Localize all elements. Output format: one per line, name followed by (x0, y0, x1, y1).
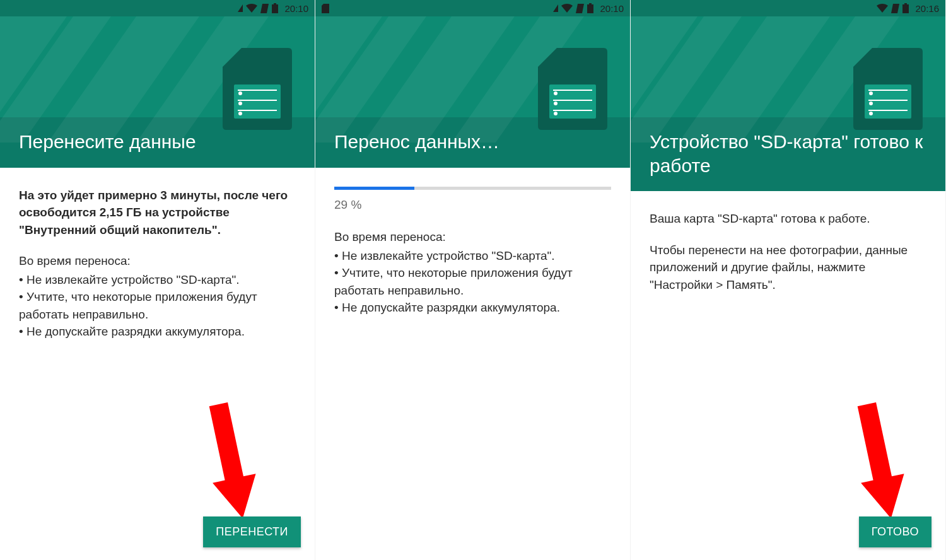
sd-card-icon (223, 48, 292, 130)
header-hero: Устройство "SD-карта" готово к работе (631, 16, 945, 191)
content-body: 29 % Во время переноса: • Не извлекайте … (315, 168, 630, 561)
status-bar-icons (877, 3, 909, 13)
status-bar-time: 20:10 (284, 3, 308, 14)
sd-card-icon (538, 48, 607, 130)
content-body: На это уйдет примерно 3 минуты, после че… (0, 168, 315, 561)
battery-icon (587, 3, 593, 13)
status-bar: 20:10 (0, 0, 315, 16)
svg-rect-3 (238, 90, 277, 91)
warnings-block: Во время переноса: • Не извлекайте устро… (19, 252, 296, 341)
transfer-button[interactable]: ПЕРЕНЕСТИ (203, 516, 301, 547)
warnings-intro: Во время переноса: (334, 228, 611, 246)
wifi-icon (877, 4, 888, 13)
progress-bar (334, 187, 611, 190)
progress-block: 29 % (334, 187, 611, 214)
svg-rect-1 (274, 3, 276, 4)
warning-item: • Не извлекайте устройство "SD-карта". (19, 271, 296, 289)
warnings-intro: Во время переноса: (19, 252, 296, 270)
do-not-disturb-icon (891, 4, 899, 13)
svg-point-26 (869, 112, 873, 115)
svg-rect-22 (868, 100, 908, 101)
lead-text: На это уйдет примерно 3 минуты, после че… (19, 187, 296, 239)
svg-rect-21 (868, 90, 908, 91)
signal-triangle-icon (553, 4, 558, 12)
svg-point-8 (238, 112, 242, 115)
content-body: Ваша карта "SD-карта" готова к работе. Ч… (631, 191, 945, 560)
svg-rect-4 (238, 100, 277, 101)
svg-rect-0 (272, 4, 278, 13)
svg-point-6 (238, 91, 242, 95)
svg-rect-5 (238, 110, 277, 111)
warnings-block: Во время переноса: • Не извлекайте устро… (334, 228, 611, 317)
signal-triangle-icon (238, 4, 243, 12)
status-bar-left (322, 4, 329, 13)
svg-rect-13 (553, 100, 592, 101)
status-bar: 20:16 (631, 0, 945, 16)
wifi-icon (246, 4, 257, 13)
status-bar: 20:10 (315, 0, 630, 16)
svg-rect-23 (868, 110, 908, 111)
screen-transfer-prompt: 20:10 Перенесите данные На это уйдет при… (0, 0, 315, 560)
svg-rect-10 (589, 3, 592, 4)
status-bar-time: 20:10 (600, 3, 624, 14)
svg-point-24 (869, 91, 873, 95)
svg-point-15 (554, 91, 558, 95)
sd-card-small-icon (322, 4, 329, 13)
status-bar-icons (238, 3, 278, 13)
warning-item: • Не извлекайте устройство "SD-карта". (334, 247, 611, 265)
svg-rect-19 (904, 3, 907, 4)
warning-item: • Не допускайте разрядки аккумулятора. (19, 323, 296, 341)
svg-rect-12 (553, 90, 592, 91)
warning-item: • Учтите, что некоторые приложения будут… (19, 288, 296, 323)
progress-fill (334, 187, 414, 190)
progress-label: 29 % (334, 196, 611, 214)
warning-item: • Не допускайте разрядки аккумулятора. (334, 299, 611, 317)
svg-point-7 (238, 102, 242, 105)
wifi-icon (561, 4, 573, 13)
header-hero: Перенос данных… (315, 16, 630, 168)
svg-point-25 (869, 102, 873, 105)
screen-transfer-progress: 20:10 Перенос данных… 29 % (315, 0, 631, 560)
done-button[interactable]: ГОТОВО (859, 516, 931, 547)
status-bar-time: 20:16 (915, 3, 939, 14)
paragraph: Чтобы перенести на нее фотографии, данны… (650, 242, 926, 294)
sd-card-icon (853, 48, 923, 130)
warning-item: • Учтите, что некоторые приложения будут… (334, 264, 611, 299)
svg-point-17 (554, 112, 558, 115)
screen-transfer-done: 20:16 Устройство "SD-карта" готово к раб… (631, 0, 946, 560)
do-not-disturb-icon (260, 4, 269, 13)
paragraph: Ваша карта "SD-карта" готова к работе. (650, 210, 926, 228)
battery-icon (902, 3, 909, 13)
svg-rect-9 (587, 4, 593, 13)
svg-point-16 (554, 102, 558, 105)
battery-icon (272, 3, 278, 13)
do-not-disturb-icon (576, 4, 584, 13)
status-bar-icons (553, 3, 593, 13)
svg-rect-14 (553, 110, 592, 111)
header-hero: Перенесите данные (0, 16, 315, 168)
svg-rect-18 (902, 4, 909, 13)
